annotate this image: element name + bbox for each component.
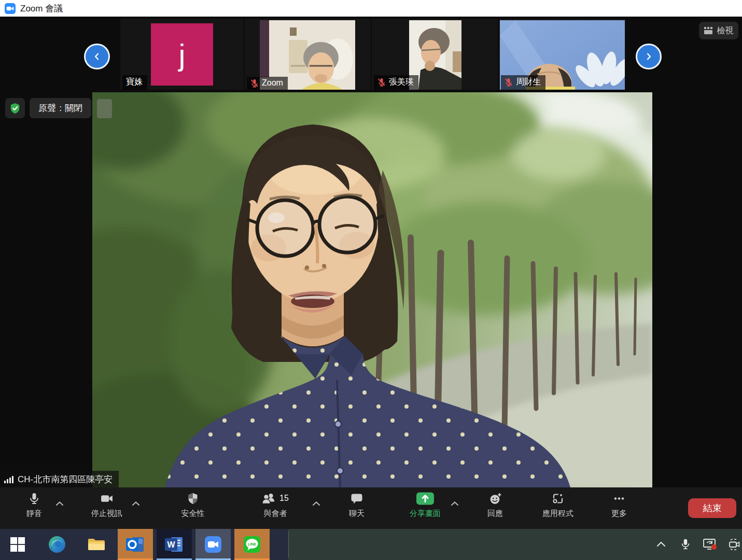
avatar-letter: j — [179, 37, 186, 72]
word-glyph: W — [167, 540, 175, 549]
more-button[interactable]: 更多 — [588, 492, 650, 519]
original-sound-label: 原聲：關閉 — [38, 102, 82, 114]
avatar: j — [151, 23, 213, 86]
reactions-label: 回應 — [487, 509, 503, 519]
participant-tile-zhoucaisheng[interactable]: 周財生 — [499, 19, 625, 90]
security-shield-icon — [187, 492, 199, 505]
taskbar-right-background — [288, 529, 742, 560]
chat-bubble-icon — [351, 492, 363, 505]
apps-button[interactable]: 應用程式 — [527, 492, 589, 519]
participant-tile-zoom[interactable]: Zoom — [245, 19, 371, 90]
participant-name-badge: 寶姝 — [122, 75, 147, 90]
meeting-toolbar: 靜音 停止視訊 安全性 — [0, 487, 742, 529]
taskbar-zoom[interactable] — [195, 529, 231, 560]
view-label: 檢視 — [717, 25, 734, 36]
original-sound-badge: 原聲：關閉 — [30, 98, 91, 118]
main-video-illustration — [92, 92, 652, 487]
taskbar-word[interactable]: W — [157, 529, 192, 560]
windows-logo-icon — [10, 537, 25, 552]
security-button[interactable]: 安全性 — [162, 492, 224, 519]
microphone-icon — [28, 492, 40, 505]
participant-name: 寶姝 — [126, 77, 143, 88]
stop-video-label: 停止視訊 — [91, 509, 122, 519]
security-label: 安全性 — [181, 509, 205, 519]
participant-tile-zhangmeiying[interactable]: 張美瑛 — [372, 19, 498, 90]
outlook-icon — [126, 536, 145, 553]
taskbar-divider — [288, 531, 289, 558]
video-options-caret[interactable] — [132, 499, 140, 504]
participant-name-badge: 張美瑛 — [374, 75, 418, 90]
share-options-caret[interactable] — [451, 499, 459, 504]
chevron-right-icon — [643, 51, 654, 62]
participants-count: 15 — [279, 494, 289, 503]
active-speaker-name-badge: CH-北市南第四區陳亭安 — [0, 471, 119, 487]
muted-mic-icon — [505, 78, 513, 87]
tray-camera-icon[interactable] — [726, 536, 742, 553]
view-grid-icon — [704, 27, 713, 34]
reactions-button[interactable]: 回應 — [464, 492, 526, 519]
active-speaker-video — [92, 92, 652, 487]
participants-icon — [262, 492, 276, 505]
end-meeting-label: 結束 — [703, 502, 722, 514]
more-dots-icon — [613, 492, 625, 505]
participants-options-caret[interactable] — [312, 499, 320, 504]
line-icon: LINE — [243, 536, 261, 553]
chevron-left-icon — [91, 51, 103, 62]
tray-microphone-icon[interactable] — [677, 536, 694, 553]
view-button[interactable]: 檢視 — [699, 22, 738, 39]
stop-video-button[interactable]: 停止視訊 — [76, 492, 138, 519]
taskbar-outlook[interactable] — [118, 529, 153, 560]
muted-mic-icon — [250, 79, 259, 88]
active-speaker-name: CH-北市南第四區陳亭安 — [18, 473, 113, 485]
share-screen-button[interactable]: 分享畫面 — [394, 492, 456, 519]
chat-label: 聊天 — [349, 509, 365, 519]
apps-label: 應用程式 — [542, 509, 573, 519]
tray-screen-sync-icon[interactable] — [702, 536, 718, 553]
panel-handle[interactable] — [97, 99, 112, 118]
filmstrip-prev-button[interactable] — [84, 44, 110, 69]
participants-button[interactable]: 15 與會者 — [244, 492, 306, 519]
window-title: Zoom 會議 — [20, 3, 63, 15]
security-status-button[interactable] — [5, 98, 25, 118]
line-glyph: LINE — [248, 542, 256, 546]
participant-tile-baoshu[interactable]: j 寶姝 — [120, 19, 244, 90]
filmstrip-next-button[interactable] — [636, 44, 662, 69]
end-meeting-button[interactable]: 結束 — [688, 498, 736, 518]
taskbar-file-explorer[interactable] — [79, 529, 114, 560]
shield-check-icon — [9, 102, 21, 115]
tray-chevron-up-icon[interactable] — [653, 536, 669, 553]
participant-name: Zoom — [262, 78, 283, 88]
apps-icon — [552, 492, 564, 505]
participant-name-badge: 周財生 — [501, 75, 545, 90]
edge-icon — [48, 536, 66, 553]
participant-name-badge: Zoom — [247, 77, 288, 90]
window-title-bar: Zoom 會議 — [0, 0, 742, 17]
more-label: 更多 — [611, 509, 627, 519]
participant-name: 周財生 — [516, 77, 541, 88]
share-screen-label: 分享畫面 — [410, 509, 441, 519]
signal-bars-icon — [4, 475, 13, 484]
participant-name: 張美瑛 — [389, 77, 414, 88]
word-icon: W — [165, 536, 184, 553]
start-button[interactable] — [0, 529, 35, 560]
chat-button[interactable]: 聊天 — [326, 492, 388, 519]
mute-label: 靜音 — [26, 509, 42, 519]
reactions-icon — [489, 492, 502, 505]
audio-options-caret[interactable] — [55, 499, 64, 504]
muted-mic-icon — [377, 78, 386, 87]
video-camera-icon — [100, 492, 114, 505]
zoom-app-icon — [5, 3, 16, 14]
taskbar-edge[interactable] — [39, 529, 75, 560]
windows-taskbar: W LINE — [0, 529, 742, 560]
taskbar-line[interactable]: LINE — [234, 529, 270, 560]
share-screen-icon — [416, 492, 435, 506]
zoom-taskbar-icon — [204, 536, 222, 553]
file-explorer-icon — [87, 537, 106, 552]
zoom-meeting-window: Zoom 會議 — [0, 0, 742, 560]
participants-label: 與會者 — [264, 509, 287, 519]
